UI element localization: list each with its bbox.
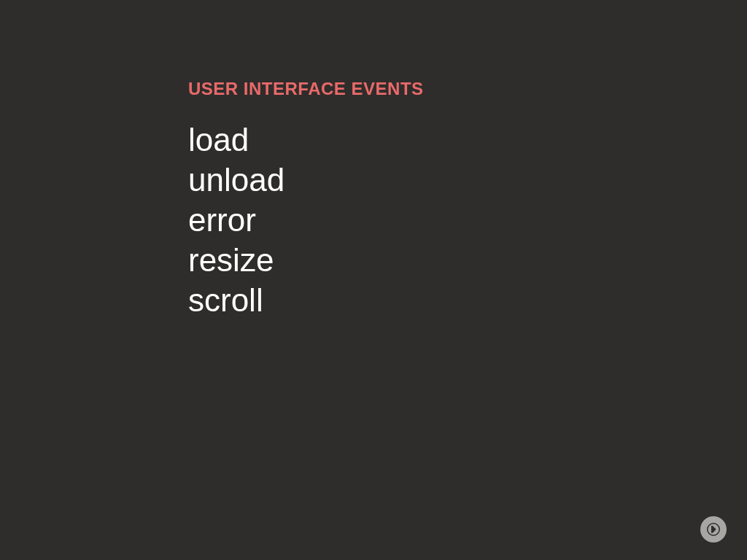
slide-heading: USER INTERFACE EVENTS bbox=[188, 79, 424, 99]
event-item: unload bbox=[188, 160, 424, 200]
next-slide-button[interactable] bbox=[700, 516, 727, 542]
event-item: load bbox=[188, 120, 424, 160]
slide-content: USER INTERFACE EVENTS load unload error … bbox=[188, 79, 424, 320]
event-list: load unload error resize scroll bbox=[188, 120, 424, 320]
event-item: error bbox=[188, 200, 424, 240]
arrow-right-icon bbox=[707, 523, 720, 536]
event-item: resize bbox=[188, 240, 424, 280]
event-item: scroll bbox=[188, 280, 424, 320]
